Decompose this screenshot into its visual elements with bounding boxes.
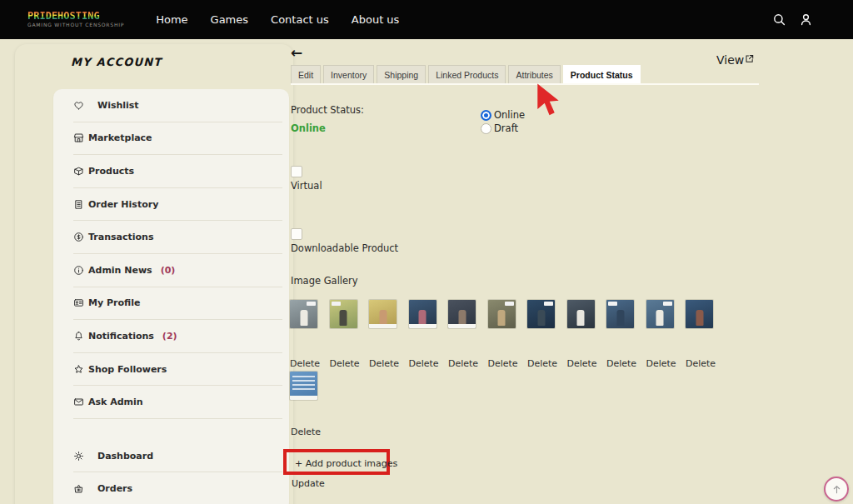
thumbnail-strip <box>448 324 476 328</box>
product-tab-bar: EditInventoryShippingLinked ProductsAttr… <box>291 67 759 85</box>
delete-link[interactable]: Delete <box>567 358 597 369</box>
idcard-icon <box>73 297 84 308</box>
product-status-value: Online <box>291 122 326 134</box>
annotation-cursor-arrow <box>536 83 561 118</box>
user-icon[interactable] <box>799 12 813 27</box>
delete-link[interactable]: Delete <box>686 358 716 369</box>
radio-option-online[interactable]: Online <box>481 109 525 121</box>
sidebar-item-admin-news[interactable]: Admin News(0) <box>73 254 282 287</box>
delete-link[interactable]: Delete <box>448 358 478 369</box>
thumbnail-strip <box>290 396 317 400</box>
star-icon <box>73 364 84 375</box>
delete-cell: Delete <box>330 354 357 370</box>
add-product-images-link[interactable]: + Add product images <box>295 458 397 469</box>
info-icon <box>73 265 84 276</box>
bell-icon <box>73 331 84 342</box>
sidebar-item-label: Order History <box>88 199 158 210</box>
delete-cell: Delete <box>606 354 634 370</box>
gallery-delete-row: DeleteDeleteDeleteDeleteDeleteDeleteDele… <box>290 354 713 370</box>
delete-cell: Delete <box>567 354 595 370</box>
sidebar-item-products[interactable]: Products <box>73 155 282 188</box>
thumbnail-figure <box>340 310 347 326</box>
gallery-thumbnail[interactable] <box>646 300 674 328</box>
radio-draft[interactable] <box>481 123 491 134</box>
delete-cell: Delete <box>527 354 555 370</box>
gallery-thumbnail[interactable] <box>409 300 436 328</box>
top-navbar: PRIDEHOSTING GAMING WITHOUT CENSORSHIP H… <box>0 0 853 39</box>
thumbnail-figure <box>537 310 545 326</box>
account-sidebar: MY ACCOUNT WishlistMarketplaceProductsOr… <box>15 44 293 504</box>
mail-icon <box>73 397 84 407</box>
sidebar-item-label: Admin News <box>88 265 152 276</box>
sidebar-item-marketplace[interactable]: Marketplace <box>73 122 282 156</box>
thumbnail-figure <box>696 310 703 326</box>
gallery-thumbnail[interactable] <box>448 300 476 328</box>
sidebar-item-my-profile[interactable]: My Profile <box>73 287 282 321</box>
radio-draft-label: Draft <box>494 122 518 134</box>
thumbnail-chip <box>332 302 341 306</box>
sidebar-item-notifications[interactable]: Notifications(2) <box>73 320 282 353</box>
back-arrow-icon[interactable]: ← <box>291 44 302 61</box>
nav-item-games[interactable]: Games <box>211 13 248 26</box>
gallery-thumbnail[interactable] <box>488 300 516 328</box>
delete-link[interactable]: Delete <box>291 427 321 437</box>
nav-icons <box>772 12 813 27</box>
gallery-thumb-row2 <box>290 372 317 400</box>
search-icon[interactable] <box>772 12 786 27</box>
tab-product-status[interactable]: Product Status <box>563 65 641 83</box>
gallery-thumbnail[interactable] <box>330 300 357 328</box>
radio-option-draft[interactable]: Draft <box>481 122 525 134</box>
gallery-thumbnail[interactable] <box>686 300 713 328</box>
delete-link[interactable]: Delete <box>369 358 399 369</box>
delete-link[interactable]: Delete <box>606 358 636 369</box>
gallery-thumbnail[interactable] <box>567 300 595 328</box>
logo-title: PRIDEHOSTING <box>27 11 124 22</box>
tab-edit[interactable]: Edit <box>291 65 321 83</box>
sidebar-menu: WishlistMarketplaceProductsOrder History… <box>53 89 289 504</box>
virtual-checkbox[interactable] <box>291 166 302 177</box>
delete-link[interactable]: Delete <box>290 358 320 369</box>
view-product-link[interactable]: View <box>716 53 754 67</box>
downloadable-checkbox[interactable] <box>291 228 302 240</box>
sidebar-item-label: Products <box>88 166 134 177</box>
gallery-thumbnail[interactable] <box>290 300 317 328</box>
delete-link[interactable]: Delete <box>527 358 557 369</box>
arrow-up-icon <box>831 484 842 495</box>
nav-item-about-us[interactable]: About us <box>352 13 400 26</box>
tab-shipping[interactable]: Shipping <box>377 65 426 83</box>
scroll-to-top-button[interactable] <box>824 477 849 502</box>
sidebar-item-shop-followers[interactable]: Shop Followers <box>73 353 282 387</box>
delete-link[interactable]: Delete <box>409 358 439 369</box>
thumbnail-text-line <box>292 384 315 386</box>
radio-online[interactable] <box>481 110 491 121</box>
sidebar-item-ask-admin[interactable]: Ask Admin <box>73 386 282 419</box>
delete-cell: Delete <box>369 354 397 370</box>
sidebar-item-dashboard[interactable]: Dashboard <box>73 442 282 472</box>
thumbnail-chip <box>307 302 316 306</box>
document-icon <box>73 199 84 210</box>
site-logo[interactable]: PRIDEHOSTING GAMING WITHOUT CENSORSHIP <box>27 11 124 28</box>
tab-linked-products[interactable]: Linked Products <box>428 65 506 83</box>
delete-cell: Delete <box>488 354 516 370</box>
tab-attributes[interactable]: Attributes <box>508 65 560 83</box>
sidebar-item-wishlist[interactable]: Wishlist <box>73 89 282 122</box>
nav-item-home[interactable]: Home <box>156 13 187 26</box>
sidebar-item-orders[interactable]: Orders <box>73 472 282 504</box>
gallery-thumbnail[interactable] <box>606 300 634 328</box>
delete-link[interactable]: Delete <box>646 358 676 369</box>
gallery-thumbnail[interactable] <box>527 300 555 328</box>
delete-cell: Delete <box>646 354 674 370</box>
gallery-thumbnail[interactable] <box>290 372 317 400</box>
sidebar-title: MY ACCOUNT <box>71 56 162 68</box>
nav-item-contact-us[interactable]: Contact us <box>271 13 329 26</box>
update-button[interactable]: Update <box>292 478 325 489</box>
heart-icon <box>73 100 84 111</box>
sidebar-item-transactions[interactable]: Transactions <box>73 221 282 254</box>
thumbnail-figure <box>498 310 506 326</box>
sidebar-item-label: Wishlist <box>97 100 139 111</box>
tab-inventory[interactable]: Inventory <box>323 65 374 83</box>
delete-link[interactable]: Delete <box>330 358 360 369</box>
gallery-thumbnail[interactable] <box>369 300 397 328</box>
sidebar-item-order-history[interactable]: Order History <box>73 188 282 222</box>
delete-link[interactable]: Delete <box>488 358 518 369</box>
